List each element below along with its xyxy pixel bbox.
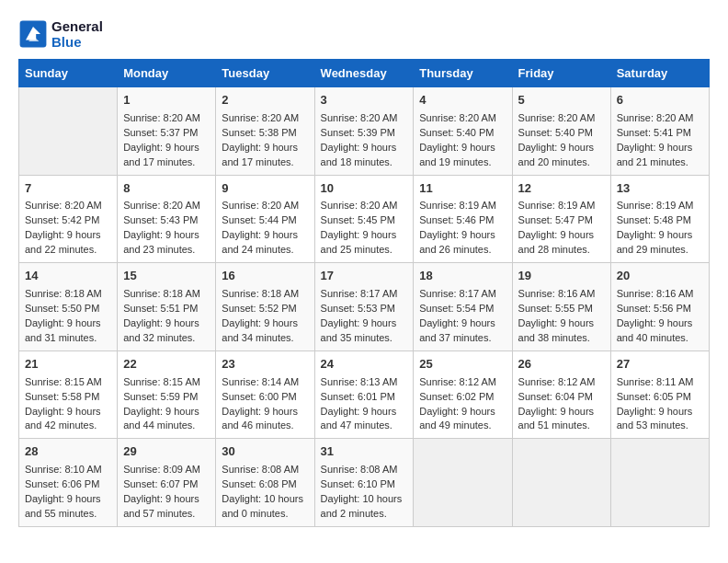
sunrise: Sunrise: 8:08 AM [321, 464, 398, 475]
sunrise: Sunrise: 8:20 AM [321, 200, 398, 211]
daylight: Daylight: 9 hours and 44 minutes. [123, 406, 199, 431]
daylight: Daylight: 9 hours and 46 minutes. [222, 406, 298, 431]
day-number: 6 [617, 92, 703, 109]
day-number: 11 [419, 180, 506, 198]
logo: General Blue [18, 18, 103, 50]
sunset: Sunset: 6:05 PM [617, 391, 691, 402]
sunrise: Sunrise: 8:09 AM [123, 464, 200, 475]
week-row-1: 1Sunrise: 8:20 AMSunset: 5:37 PMDaylight… [19, 87, 710, 176]
header-cell-monday: Monday [118, 60, 216, 87]
day-cell: 12Sunrise: 8:19 AMSunset: 5:47 PMDayligh… [512, 175, 610, 263]
day-number: 8 [123, 180, 210, 198]
sunset: Sunset: 5:52 PM [222, 303, 296, 314]
sunrise: Sunrise: 8:14 AM [222, 376, 299, 387]
daylight: Daylight: 9 hours and 42 minutes. [25, 406, 101, 431]
daylight: Daylight: 10 hours and 0 minutes. [222, 493, 303, 519]
sunset: Sunset: 5:58 PM [25, 391, 99, 402]
sunrise: Sunrise: 8:18 AM [25, 288, 102, 299]
sunrise: Sunrise: 8:20 AM [222, 112, 299, 123]
sunrise: Sunrise: 8:20 AM [518, 112, 596, 123]
day-number: 4 [419, 92, 506, 109]
day-cell: 6Sunrise: 8:20 AMSunset: 5:41 PMDaylight… [610, 87, 709, 176]
sunrise: Sunrise: 8:19 AM [419, 200, 496, 211]
header-cell-thursday: Thursday [414, 60, 512, 87]
day-cell: 28Sunrise: 8:10 AMSunset: 6:06 PMDayligh… [19, 439, 118, 527]
day-number: 2 [222, 92, 308, 109]
day-cell: 7Sunrise: 8:20 AMSunset: 5:42 PMDaylight… [19, 175, 118, 263]
day-number: 16 [222, 268, 308, 285]
sunset: Sunset: 5:56 PM [617, 303, 691, 314]
sunset: Sunset: 5:59 PM [123, 391, 198, 402]
daylight: Daylight: 10 hours and 2 minutes. [321, 493, 403, 519]
sunrise: Sunrise: 8:11 AM [617, 376, 694, 387]
daylight: Daylight: 9 hours and 35 minutes. [321, 317, 397, 343]
sunset: Sunset: 5:37 PM [123, 127, 198, 138]
day-cell: 1Sunrise: 8:20 AMSunset: 5:37 PMDaylight… [118, 87, 216, 176]
sunrise: Sunrise: 8:20 AM [321, 112, 398, 123]
header-cell-saturday: Saturday [610, 60, 709, 87]
daylight: Daylight: 9 hours and 40 minutes. [617, 317, 693, 343]
sunset: Sunset: 5:39 PM [321, 127, 395, 138]
day-number: 21 [25, 356, 111, 373]
daylight: Daylight: 9 hours and 18 minutes. [321, 142, 397, 167]
day-number: 28 [25, 443, 111, 461]
day-cell: 17Sunrise: 8:17 AMSunset: 5:53 PMDayligh… [314, 263, 414, 351]
week-row-4: 21Sunrise: 8:15 AMSunset: 5:58 PMDayligh… [19, 350, 710, 439]
daylight: Daylight: 9 hours and 55 minutes. [25, 493, 101, 519]
day-cell: 19Sunrise: 8:16 AMSunset: 5:55 PMDayligh… [512, 263, 610, 351]
sunrise: Sunrise: 8:15 AM [25, 376, 102, 387]
sunset: Sunset: 6:02 PM [419, 391, 494, 402]
day-number: 19 [518, 268, 605, 285]
header-cell-tuesday: Tuesday [216, 60, 314, 87]
sunrise: Sunrise: 8:20 AM [222, 200, 299, 211]
daylight: Daylight: 9 hours and 17 minutes. [222, 142, 298, 167]
sunset: Sunset: 5:41 PM [617, 127, 691, 138]
day-number: 17 [321, 268, 408, 285]
sunset: Sunset: 6:00 PM [222, 391, 296, 402]
day-number: 13 [617, 180, 703, 198]
day-cell: 25Sunrise: 8:12 AMSunset: 6:02 PMDayligh… [414, 350, 512, 439]
sunset: Sunset: 5:40 PM [419, 127, 494, 138]
sunrise: Sunrise: 8:15 AM [123, 376, 200, 387]
daylight: Daylight: 9 hours and 38 minutes. [518, 317, 595, 343]
day-cell [19, 87, 118, 176]
sunset: Sunset: 5:45 PM [321, 214, 395, 225]
daylight: Daylight: 9 hours and 26 minutes. [419, 229, 495, 255]
sunset: Sunset: 5:46 PM [419, 214, 494, 225]
daylight: Daylight: 9 hours and 32 minutes. [123, 317, 199, 343]
sunrise: Sunrise: 8:12 AM [419, 376, 496, 387]
day-number: 20 [617, 268, 703, 285]
sunrise: Sunrise: 8:18 AM [222, 288, 299, 299]
day-number: 9 [222, 180, 308, 198]
day-cell: 4Sunrise: 8:20 AMSunset: 5:40 PMDaylight… [414, 87, 512, 176]
daylight: Daylight: 9 hours and 17 minutes. [123, 142, 199, 167]
sunrise: Sunrise: 8:16 AM [617, 288, 694, 299]
sunset: Sunset: 5:51 PM [123, 303, 198, 314]
day-cell: 23Sunrise: 8:14 AMSunset: 6:00 PMDayligh… [216, 350, 314, 439]
header-cell-friday: Friday [512, 60, 610, 87]
sunset: Sunset: 6:10 PM [321, 478, 395, 489]
day-cell [610, 439, 709, 527]
sunrise: Sunrise: 8:17 AM [419, 288, 496, 299]
page-header: General Blue [18, 18, 710, 50]
day-cell [414, 439, 512, 527]
daylight: Daylight: 9 hours and 23 minutes. [123, 229, 199, 255]
day-number: 14 [25, 268, 111, 285]
day-cell: 31Sunrise: 8:08 AMSunset: 6:10 PMDayligh… [314, 439, 414, 527]
daylight: Daylight: 9 hours and 29 minutes. [617, 229, 693, 255]
day-cell: 22Sunrise: 8:15 AMSunset: 5:59 PMDayligh… [118, 350, 216, 439]
day-cell: 9Sunrise: 8:20 AMSunset: 5:44 PMDaylight… [216, 175, 314, 263]
sunset: Sunset: 5:44 PM [222, 214, 296, 225]
day-number: 15 [123, 268, 210, 285]
day-cell: 30Sunrise: 8:08 AMSunset: 6:08 PMDayligh… [216, 439, 314, 527]
day-cell: 24Sunrise: 8:13 AMSunset: 6:01 PMDayligh… [314, 350, 414, 439]
sunset: Sunset: 5:42 PM [25, 214, 99, 225]
day-cell: 16Sunrise: 8:18 AMSunset: 5:52 PMDayligh… [216, 263, 314, 351]
day-cell: 13Sunrise: 8:19 AMSunset: 5:48 PMDayligh… [610, 175, 709, 263]
sunrise: Sunrise: 8:16 AM [518, 288, 596, 299]
daylight: Daylight: 9 hours and 31 minutes. [25, 317, 101, 343]
sunset: Sunset: 6:01 PM [321, 391, 395, 402]
daylight: Daylight: 9 hours and 25 minutes. [321, 229, 397, 255]
day-cell: 14Sunrise: 8:18 AMSunset: 5:50 PMDayligh… [19, 263, 118, 351]
day-number: 12 [518, 180, 605, 198]
